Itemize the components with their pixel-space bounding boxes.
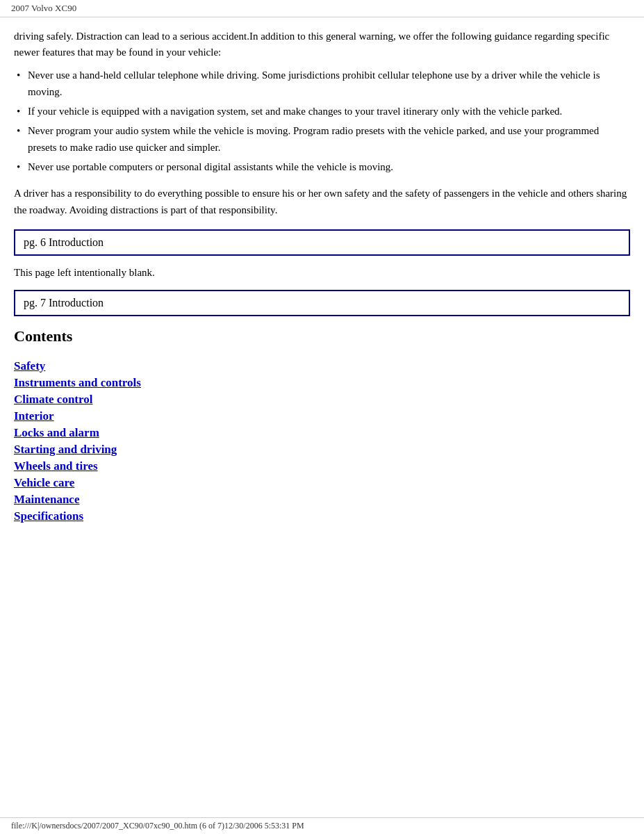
link-specifications[interactable]: Specifications bbox=[14, 509, 83, 523]
link-vehicle-care[interactable]: Vehicle care bbox=[14, 476, 74, 489]
list-item-maintenance: Maintenance bbox=[14, 493, 630, 507]
list-item-locks: Locks and alarm bbox=[14, 426, 630, 440]
main-content: driving safely. Distraction can lead to … bbox=[0, 17, 644, 540]
intro-text1: driving safely. Distraction can lead to … bbox=[14, 28, 630, 60]
list-item-instruments: Instruments and controls bbox=[14, 376, 630, 390]
page6-box: pg. 6 Introduction bbox=[14, 229, 630, 256]
page7-label: pg. 7 Introduction bbox=[24, 297, 104, 309]
link-locks[interactable]: Locks and alarm bbox=[14, 426, 99, 439]
page7-box: pg. 7 Introduction bbox=[14, 290, 630, 316]
list-item-vehicle-care: Vehicle care bbox=[14, 476, 630, 490]
blank-note: This page left intentionally blank. bbox=[14, 267, 630, 279]
list-item-specifications: Specifications bbox=[14, 509, 630, 523]
list-item-starting: Starting and driving bbox=[14, 443, 630, 457]
link-safety[interactable]: Safety bbox=[14, 359, 45, 373]
list-item-wheels: Wheels and tires bbox=[14, 459, 630, 473]
link-starting[interactable]: Starting and driving bbox=[14, 443, 117, 456]
bullet-item-1: Never use a hand-held cellular telephone… bbox=[14, 67, 630, 100]
header-bar: 2007 Volvo XC90 bbox=[0, 0, 644, 17]
bullet-list: Never use a hand-held cellular telephone… bbox=[14, 67, 630, 175]
list-item-interior: Interior bbox=[14, 409, 630, 423]
footer-bar: file:///K|/ownersdocs/2007/2007_XC90/07x… bbox=[0, 817, 644, 834]
header-title: 2007 Volvo XC90 bbox=[11, 3, 76, 13]
list-item-climate: Climate control bbox=[14, 393, 630, 407]
bullet-item-2: If your vehicle is equipped with a navig… bbox=[14, 103, 630, 120]
link-interior[interactable]: Interior bbox=[14, 409, 54, 423]
link-wheels[interactable]: Wheels and tires bbox=[14, 459, 98, 473]
contents-heading: Contents bbox=[14, 327, 630, 345]
link-instruments[interactable]: Instruments and controls bbox=[14, 376, 141, 389]
list-item-safety: Safety bbox=[14, 359, 630, 373]
footer-text: file:///K|/ownersdocs/2007/2007_XC90/07x… bbox=[11, 821, 304, 831]
bullet-item-4: Never use portable computers or personal… bbox=[14, 158, 630, 175]
contents-list: Safety Instruments and controls Climate … bbox=[14, 359, 630, 523]
link-maintenance[interactable]: Maintenance bbox=[14, 493, 79, 506]
intro-text2: A driver has a responsibility to do ever… bbox=[14, 185, 630, 218]
page6-label: pg. 6 Introduction bbox=[24, 236, 104, 248]
link-climate[interactable]: Climate control bbox=[14, 393, 92, 406]
bullet-item-3: Never program your audio system while th… bbox=[14, 122, 630, 156]
